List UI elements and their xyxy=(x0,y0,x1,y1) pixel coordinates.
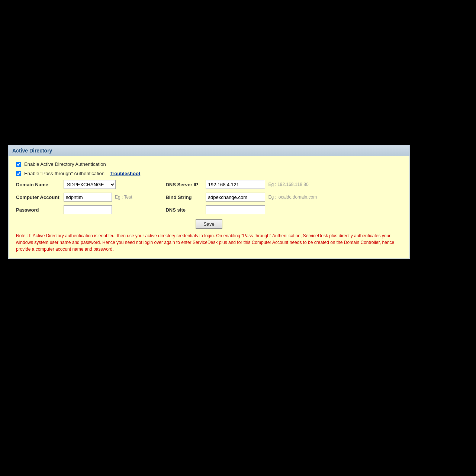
bind-string-eg: Eg : localdc.domain.com xyxy=(268,194,317,200)
enable-ad-auth-row: Enable Active Directory Authentication xyxy=(16,161,402,167)
password-label: Password xyxy=(16,207,61,213)
dns-server-ip-row: DNS Server IP Eg : 192.168.118.80 xyxy=(165,180,317,189)
active-directory-panel: Active Directory Enable Active Directory… xyxy=(8,145,410,259)
enable-passthrough-label: Enable "Pass-through" Authentication xyxy=(24,171,104,176)
dns-server-ip-eg: Eg : 192.168.118.80 xyxy=(268,182,308,187)
panel-header: Active Directory xyxy=(9,145,409,156)
panel-body: Enable Active Directory Authentication E… xyxy=(9,156,409,258)
dns-server-ip-label: DNS Server IP xyxy=(165,182,203,187)
enable-ad-auth-label: Enable Active Directory Authentication xyxy=(24,161,106,167)
computer-account-eg: Eg : Test xyxy=(115,194,132,200)
panel-container: Active Directory Enable Active Directory… xyxy=(8,145,410,259)
domain-name-select[interactable]: SDPEXCHANGE xyxy=(64,180,116,189)
dns-site-label: DNS site xyxy=(165,207,203,213)
computer-account-input[interactable] xyxy=(64,193,112,202)
computer-account-row: Computer Account Eg : Test xyxy=(16,193,132,202)
left-field-column: Domain Name SDPEXCHANGE Computer Account… xyxy=(16,180,132,214)
bind-string-row: Bind String Eg : localdc.domain.com xyxy=(165,193,317,202)
computer-account-label: Computer Account xyxy=(16,194,61,200)
domain-name-row: Domain Name SDPEXCHANGE xyxy=(16,180,132,189)
dns-server-ip-input[interactable] xyxy=(206,180,265,189)
troubleshoot-link[interactable]: Troubleshoot xyxy=(110,171,140,176)
save-button[interactable]: Save xyxy=(196,219,222,229)
dns-site-row: DNS site xyxy=(165,205,317,214)
enable-passthrough-checkbox[interactable] xyxy=(16,171,21,176)
enable-passthrough-row: Enable "Pass-through" Authentication Tro… xyxy=(16,171,402,176)
bind-string-input[interactable] xyxy=(206,193,265,202)
right-field-column: DNS Server IP Eg : 192.168.118.80 Bind S… xyxy=(165,180,317,214)
bind-string-label: Bind String xyxy=(165,194,203,200)
password-row: Password xyxy=(16,205,132,214)
panel-title: Active Directory xyxy=(12,148,52,154)
note-text: Note : If Active Directory authenticatio… xyxy=(16,232,402,253)
enable-ad-auth-checkbox[interactable] xyxy=(16,162,21,167)
domain-name-label: Domain Name xyxy=(16,182,61,187)
password-input[interactable] xyxy=(64,205,112,214)
fields-section: Domain Name SDPEXCHANGE Computer Account… xyxy=(16,180,402,214)
dns-site-input[interactable] xyxy=(206,205,265,214)
save-row: Save xyxy=(16,219,402,229)
